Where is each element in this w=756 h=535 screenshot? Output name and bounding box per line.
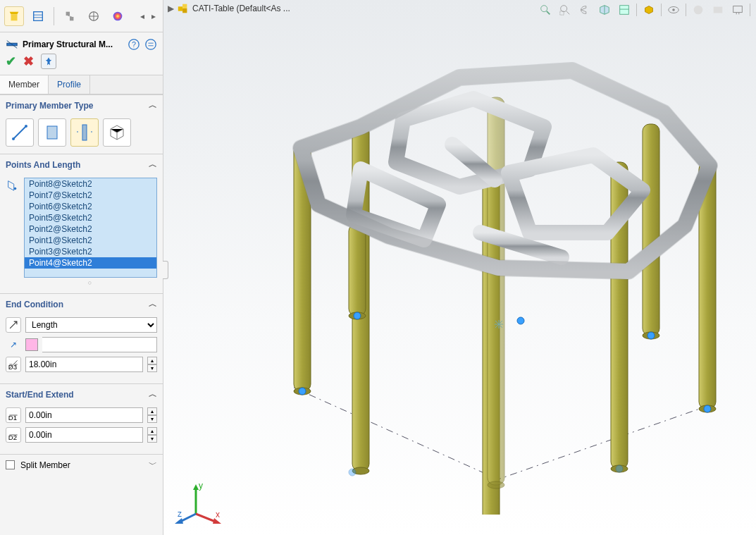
svg-point-15 xyxy=(146,39,156,49)
panel-flyout-handle[interactable] xyxy=(163,261,168,279)
direction-toggle-icon[interactable] xyxy=(6,317,21,333)
svg-line-31 xyxy=(547,11,550,14)
points-list-item[interactable]: Point2@Sketch2 xyxy=(25,223,156,235)
svg-line-5 xyxy=(68,16,71,17)
graphics-viewport[interactable]: ▶ CATI-Table (Default<As ... xyxy=(163,0,756,535)
svg-point-23 xyxy=(14,187,17,190)
svg-rect-41 xyxy=(714,7,723,13)
list-resize-handle[interactable]: ○ xyxy=(24,278,157,286)
view-settings-icon[interactable] xyxy=(730,2,745,18)
split-member-label: Split Member xyxy=(20,460,70,470)
tab-separator xyxy=(54,7,54,25)
edit-appearance-icon[interactable] xyxy=(690,2,706,18)
model-geometry[interactable] xyxy=(178,21,741,515)
feature-manager-panel: ◂ ▸ Primary Structural M... ? ✔ ✖ Member… xyxy=(0,0,163,535)
svg-point-19 xyxy=(12,137,15,140)
points-list-item[interactable]: Point4@Sketch2 xyxy=(25,257,156,269)
property-manager-tab[interactable] xyxy=(28,6,48,26)
help-icon[interactable]: ? xyxy=(128,38,140,51)
points-list-empty-row[interactable] xyxy=(25,269,156,278)
breadcrumb-doc-name[interactable]: CATI-Table (Default<As ... xyxy=(192,4,290,13)
section-split-member: Split Member ﹀ xyxy=(0,454,163,475)
points-list-item[interactable]: Point3@Sketch2 xyxy=(25,246,156,257)
d1-spinner[interactable]: ▴▾ xyxy=(147,407,157,423)
feature-title: Primary Structural M... xyxy=(23,39,123,49)
orientation-triad[interactable]: y x z xyxy=(175,479,224,528)
member-type-plane[interactable] xyxy=(38,118,66,147)
display-style-icon[interactable] xyxy=(641,2,657,18)
points-list-item[interactable]: Point8@Sketch2 xyxy=(25,178,156,190)
svg-point-9 xyxy=(113,11,123,20)
svg-text:D2: D2 xyxy=(8,433,17,441)
tab-scroll-left[interactable]: ◂ xyxy=(137,6,147,26)
triad-x-label: x xyxy=(216,510,220,519)
svg-point-39 xyxy=(672,8,675,11)
split-member-checkbox[interactable] xyxy=(6,460,15,469)
points-list-item[interactable]: Point7@Sketch2 xyxy=(25,190,156,201)
collapse-icon[interactable]: ︿ xyxy=(149,159,157,171)
svg-line-18 xyxy=(13,126,26,139)
member-type-path[interactable] xyxy=(6,118,34,147)
d2-icon: D2 xyxy=(6,427,21,443)
tab-profile[interactable]: Profile xyxy=(49,75,90,94)
start-end-extend-heading: Start/End Extend xyxy=(6,390,74,400)
svg-point-63 xyxy=(349,469,356,476)
dimxpert-tab[interactable] xyxy=(84,6,104,26)
d1-input[interactable] xyxy=(25,407,143,423)
pin-button[interactable] xyxy=(41,54,56,69)
collapse-icon[interactable]: ︿ xyxy=(149,99,157,111)
section-primary-member-type: Primary Member Type ︿ xyxy=(0,94,163,154)
d1-icon: D1 xyxy=(6,407,21,423)
svg-point-52 xyxy=(488,481,504,488)
svg-text:?: ? xyxy=(132,40,136,49)
svg-rect-55 xyxy=(643,124,659,336)
configuration-manager-tab[interactable] xyxy=(60,6,80,26)
cancel-button[interactable]: ✖ xyxy=(23,54,34,69)
section-view-icon[interactable] xyxy=(597,2,612,18)
member-type-face[interactable] xyxy=(103,118,131,147)
previous-view-icon[interactable] xyxy=(577,2,593,18)
reverse-direction-icon[interactable]: ↗ xyxy=(6,340,21,350)
svg-rect-59 xyxy=(349,224,366,316)
breadcrumb[interactable]: ▶ CATI-Table (Default<As ... xyxy=(168,2,290,15)
length-spinner[interactable]: ▴▾ xyxy=(147,357,157,372)
d2-spinner[interactable]: ▴▾ xyxy=(147,427,157,443)
apply-scene-icon[interactable] xyxy=(710,2,726,18)
points-list-item[interactable]: Point1@Sketch2 xyxy=(25,235,156,246)
collapse-icon[interactable]: ︿ xyxy=(149,388,157,400)
tab-scroll-right[interactable]: ▸ xyxy=(149,6,159,26)
length-input[interactable] xyxy=(25,357,143,372)
svg-rect-3 xyxy=(66,11,70,15)
svg-point-30 xyxy=(541,6,547,12)
points-list-item[interactable]: Point6@Sketch2 xyxy=(25,201,156,212)
svg-point-20 xyxy=(25,125,27,128)
breadcrumb-expand-icon[interactable]: ▶ xyxy=(168,4,174,13)
svg-point-68 xyxy=(704,405,711,412)
member-color-swatch[interactable] xyxy=(25,338,38,351)
action-row: ✔ ✖ xyxy=(0,54,163,75)
color-value-input[interactable] xyxy=(42,337,157,352)
points-selection-list[interactable]: Point8@Sketch2Point7@Sketch2Point6@Sketc… xyxy=(24,178,157,278)
feature-tree-tab[interactable] xyxy=(4,6,24,26)
dynamic-annotation-icon[interactable] xyxy=(616,2,632,18)
triad-z-label: z xyxy=(178,509,182,519)
collapse-icon[interactable]: ︿ xyxy=(149,298,157,310)
detailed-help-icon[interactable] xyxy=(144,38,157,51)
ok-button[interactable]: ✔ xyxy=(6,54,16,69)
svg-point-66 xyxy=(616,465,623,472)
primary-member-type-heading: Primary Member Type xyxy=(6,101,94,111)
display-manager-tab[interactable] xyxy=(108,6,128,26)
expand-icon[interactable]: ﹀ xyxy=(149,459,157,471)
end-condition-type-select[interactable]: Length xyxy=(25,317,157,333)
d2-input[interactable] xyxy=(25,427,143,443)
zoom-to-area-icon[interactable] xyxy=(557,2,573,18)
svg-rect-0 xyxy=(34,11,43,20)
points-list-item[interactable]: Point5@Sketch2 xyxy=(25,212,156,223)
structural-member-icon xyxy=(6,38,18,51)
zoom-to-fit-icon[interactable] xyxy=(538,2,553,18)
panel-tab-bar: ◂ ▸ xyxy=(0,0,163,32)
member-type-point-length[interactable] xyxy=(70,118,99,147)
tab-member[interactable]: Member xyxy=(0,75,49,94)
svg-rect-42 xyxy=(733,6,743,13)
hide-show-icon[interactable] xyxy=(666,2,681,18)
